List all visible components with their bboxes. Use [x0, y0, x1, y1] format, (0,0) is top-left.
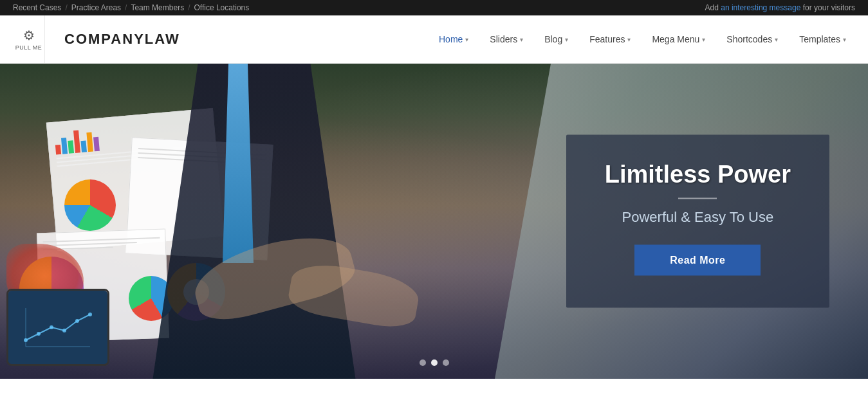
topbar-link-recent-cases[interactable]: Recent Cases — [13, 3, 61, 12]
separator-1: / — [65, 3, 67, 12]
svg-point-7 — [88, 313, 92, 316]
nav-label-sliders: Sliders — [490, 34, 517, 44]
svg-point-5 — [62, 329, 66, 332]
svg-point-3 — [37, 332, 41, 336]
hero-section: Limitless Power Powerful & Easy To Use R… — [0, 64, 868, 379]
chevron-down-icon: ▾ — [775, 36, 778, 43]
hero-overlay: Limitless Power Powerful & Easy To Use R… — [566, 135, 829, 308]
topbar-link-team-members[interactable]: Team Members — [131, 3, 184, 12]
nav-item-home[interactable]: Home ▾ — [430, 15, 477, 64]
read-more-button[interactable]: Read More — [634, 245, 761, 276]
nav-item-templates[interactable]: Templates ▾ — [790, 15, 855, 64]
nav-label-mega-menu: Mega Menu — [652, 34, 699, 44]
top-bar-links: Recent Cases / Practice Areas / Team Mem… — [13, 3, 249, 12]
main-nav: ⚙ PULL ME COMPANYLAW Home ▾ Sliders ▾ Bl… — [0, 15, 868, 64]
pie-chart-1 — [64, 179, 116, 231]
separator-3: / — [188, 3, 190, 12]
nav-item-blog[interactable]: Blog ▾ — [535, 15, 577, 64]
chevron-down-icon: ▾ — [843, 36, 846, 43]
hero-title: Limitless Power — [605, 161, 791, 188]
gear-icon: ⚙ — [23, 28, 35, 43]
slider-dot-1[interactable] — [420, 359, 426, 366]
nav-label-blog: Blog — [544, 34, 562, 44]
chevron-down-icon: ▾ — [627, 36, 631, 43]
slider-dot-3[interactable] — [443, 359, 449, 366]
svg-point-2 — [24, 338, 28, 342]
chevron-down-icon: ▾ — [465, 36, 468, 43]
slider-dot-2[interactable] — [431, 359, 438, 366]
nav-item-shortcodes[interactable]: Shortcodes ▾ — [717, 15, 787, 64]
chevron-down-icon: ▾ — [565, 36, 568, 43]
slider-dots — [420, 359, 449, 366]
hero-subtitle: Powerful & Easy To Use — [605, 209, 791, 226]
hero-overlay-bg: Limitless Power Powerful & Easy To Use R… — [566, 135, 829, 308]
svg-point-4 — [50, 325, 53, 329]
pull-label: PULL ME — [15, 44, 42, 51]
top-bar-prefix: Add — [705, 3, 721, 12]
topbar-link-practice-areas[interactable]: Practice Areas — [71, 3, 121, 12]
chevron-down-icon: ▾ — [702, 36, 705, 43]
nav-label-shortcodes: Shortcodes — [726, 34, 772, 44]
separator-2: / — [125, 3, 127, 12]
nav-item-features[interactable]: Features ▾ — [580, 15, 640, 64]
chevron-down-icon: ▾ — [520, 36, 523, 43]
tablet-screen — [8, 291, 107, 364]
nav-item-mega-menu[interactable]: Mega Menu ▾ — [643, 15, 714, 64]
svg-point-6 — [75, 319, 79, 323]
pull-me-button[interactable]: ⚙ PULL ME — [13, 15, 45, 64]
nav-label-home: Home — [439, 34, 463, 44]
tablet-graph-svg — [19, 302, 97, 353]
nav-menu: Home ▾ Sliders ▾ Blog ▾ Features ▾ Mega … — [430, 15, 855, 64]
nav-label-templates: Templates — [799, 34, 840, 44]
site-logo[interactable]: COMPANYLAW — [58, 31, 180, 48]
tablet-device — [6, 289, 109, 366]
top-bar-link-text[interactable]: an interesting message — [721, 3, 800, 12]
top-bar: Recent Cases / Practice Areas / Team Mem… — [0, 0, 868, 15]
hero-divider — [678, 198, 717, 199]
nav-item-sliders[interactable]: Sliders ▾ — [481, 15, 532, 64]
topbar-link-office-locations[interactable]: Office Locations — [194, 3, 249, 12]
nav-label-features: Features — [589, 34, 625, 44]
top-bar-message: Add an interesting message for your visi… — [705, 3, 855, 12]
top-bar-suffix: for your visitors — [800, 3, 855, 12]
